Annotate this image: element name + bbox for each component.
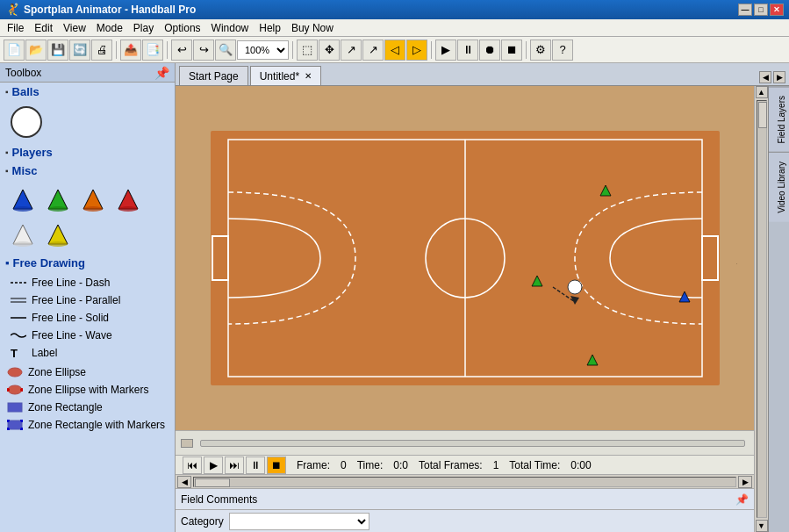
v-scroll-up[interactable]: ▲ — [756, 86, 768, 98]
tab-start-page[interactable]: Start Page — [179, 66, 248, 85]
players-section-header[interactable]: ▪ Players — [0, 143, 175, 162]
tool1[interactable]: ↗ — [341, 40, 362, 61]
anim-pause-button[interactable]: ⏸ — [246, 457, 265, 474]
toolbox-header: Toolbox 📌 — [0, 63, 175, 83]
tool3[interactable]: ◁ — [384, 40, 405, 61]
zoom-select[interactable]: 100% — [237, 40, 289, 60]
free-drawing-label: Free Drawing — [13, 256, 85, 270]
zone-ellipse-label: Zone Ellipse — [28, 366, 86, 378]
record-button[interactable]: ⏺ — [479, 40, 500, 61]
free-drawing-section-header[interactable]: ▪ Free Drawing — [0, 254, 175, 272]
free-line-wave[interactable]: Free Line - Wave — [4, 327, 171, 344]
field-layers-tab[interactable]: Field Layers — [769, 86, 789, 152]
players-expand-icon: ▪ — [5, 147, 9, 157]
balls-section-header[interactable]: ▪ Balls — [0, 83, 175, 101]
undo-button[interactable]: ↩ — [171, 40, 192, 61]
red-cone[interactable] — [112, 183, 144, 215]
players-label: Players — [12, 146, 53, 159]
menu-help[interactable]: Help — [254, 20, 286, 36]
v-scrollbar-thumb[interactable] — [758, 102, 767, 128]
tool2[interactable]: ↗ — [362, 40, 384, 61]
anim-next-button[interactable]: ⏭ — [225, 457, 244, 474]
menu-file[interactable]: File — [2, 20, 29, 36]
svg-marker-0 — [13, 190, 32, 209]
help-toolbar-button[interactable]: ? — [552, 40, 573, 61]
ball-item[interactable] — [11, 106, 42, 138]
open-button[interactable]: 📂 — [25, 40, 47, 61]
yellow-cone[interactable] — [42, 219, 74, 250]
tool4[interactable]: ▷ — [406, 40, 427, 61]
h-scrollbar: ◀ ▶ — [176, 474, 754, 488]
video-library-tab[interactable]: Video Library — [769, 152, 789, 222]
zone-rectangle-markers[interactable]: Zone Rectangle with Markers — [0, 416, 175, 434]
close-button[interactable]: ✕ — [770, 4, 784, 16]
label-icon: T — [11, 348, 26, 358]
refresh-button[interactable]: 🔄 — [69, 40, 90, 61]
menu-bar: File Edit View Mode Play Options Window … — [0, 19, 789, 37]
white-cone[interactable] — [7, 219, 39, 250]
zone-ellipse-markers[interactable]: Zone Ellipse with Markers — [0, 381, 175, 399]
parallel-line-icon — [11, 295, 26, 306]
free-line-dash[interactable]: Free Line - Dash — [4, 274, 171, 291]
category-label: Category — [181, 515, 224, 528]
h-scrollbar-track[interactable] — [193, 477, 736, 487]
tab-nav-left[interactable]: ◀ — [759, 71, 771, 83]
menu-play[interactable]: Play — [128, 20, 159, 36]
select-button[interactable]: ⬚ — [297, 40, 318, 61]
save-button[interactable]: 💾 — [47, 40, 68, 61]
h-scrollbar-thumb[interactable] — [195, 478, 230, 487]
v-scrollbar-track[interactable] — [757, 100, 767, 518]
minimize-button[interactable]: — — [738, 4, 752, 16]
tab-untitled[interactable]: Untitled* ✕ — [250, 66, 321, 85]
blue-cone[interactable] — [7, 183, 39, 215]
pdf-button[interactable]: 📑 — [142, 40, 163, 61]
free-line-parallel[interactable]: Free Line - Parallel — [4, 291, 171, 309]
zone-rectangle[interactable]: Zone Rectangle — [0, 399, 175, 416]
menu-options[interactable]: Options — [159, 20, 205, 36]
free-line-solid[interactable]: Free Line - Solid — [4, 309, 171, 327]
v-scrollbar: ▲ ▼ — [754, 86, 768, 532]
tab-nav-right[interactable]: ▶ — [773, 71, 785, 83]
anim-play-button[interactable]: ▶ — [204, 457, 223, 474]
total-time-value: 0:00 — [570, 459, 591, 471]
anim-prev-button[interactable]: ⏮ — [183, 457, 202, 474]
maximize-button[interactable]: □ — [754, 4, 768, 16]
settings-button[interactable]: ⚙ — [530, 40, 551, 61]
tab-close-icon[interactable]: ✕ — [305, 71, 312, 81]
field-comments-pin[interactable]: 📌 — [735, 493, 749, 506]
green-cone[interactable] — [42, 183, 74, 215]
field-canvas[interactable] — [176, 86, 754, 430]
zoom-in-button[interactable]: 🔍 — [215, 40, 236, 61]
new-button[interactable]: 📄 — [4, 40, 25, 61]
label-item[interactable]: T Label — [4, 344, 171, 362]
pause-button[interactable]: ⏸ — [457, 40, 478, 61]
menu-view[interactable]: View — [58, 20, 91, 36]
category-select[interactable] — [229, 513, 369, 530]
menu-edit[interactable]: Edit — [29, 20, 58, 36]
move-button[interactable]: ✥ — [319, 40, 340, 61]
zone-ellipse[interactable]: Zone Ellipse — [0, 363, 175, 381]
h-scroll-left[interactable]: ◀ — [177, 476, 191, 488]
sep4 — [431, 41, 432, 59]
right-sidebar: Field Layers Video Library — [768, 86, 789, 532]
toolbox-pin[interactable]: 📌 — [154, 66, 169, 80]
orange-cone[interactable] — [77, 183, 109, 215]
print-button[interactable]: 🖨 — [91, 40, 112, 61]
menu-mode[interactable]: Mode — [91, 20, 128, 36]
menu-window[interactable]: Window — [206, 20, 255, 36]
svg-point-16 — [8, 368, 22, 377]
v-scroll-down[interactable]: ▼ — [756, 520, 768, 532]
export-button[interactable]: 📤 — [120, 40, 141, 61]
redo-button[interactable]: ↪ — [193, 40, 214, 61]
svg-point-5 — [83, 206, 103, 212]
stop-button[interactable]: ⏹ — [501, 40, 522, 61]
misc-section-header[interactable]: ▪ Misc — [0, 162, 175, 180]
anim-slider-handle[interactable] — [181, 439, 193, 448]
anim-stop-button[interactable]: ⏹ — [267, 457, 286, 474]
play-button[interactable]: ▶ — [435, 40, 456, 61]
canvas-area: Start Page Untitled* ✕ ◀ ▶ — [176, 63, 789, 532]
h-scroll-right[interactable]: ▶ — [738, 476, 752, 488]
toolbox-scroll[interactable]: ▪ Balls ▪ Players ▪ Misc — [0, 83, 175, 532]
anim-slider-track[interactable] — [200, 440, 745, 447]
menu-buynow[interactable]: Buy Now — [286, 20, 339, 36]
